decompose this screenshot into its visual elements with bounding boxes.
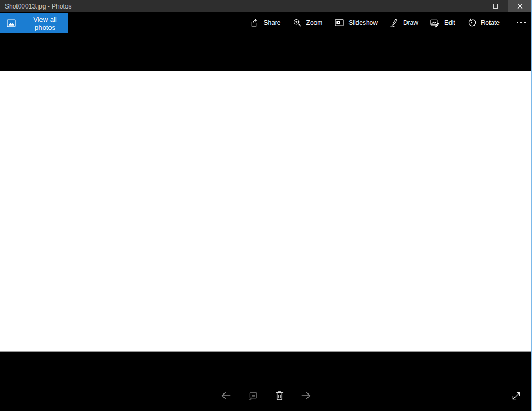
titlebar[interactable]: Shot00013.jpg - Photos xyxy=(0,0,532,12)
share-button[interactable]: Share xyxy=(250,18,281,28)
minimize-icon xyxy=(468,6,473,6)
rotate-label: Rotate xyxy=(481,19,500,27)
maximize-button[interactable] xyxy=(483,0,508,12)
delete-button[interactable] xyxy=(273,389,286,402)
draw-icon xyxy=(389,18,399,28)
see-more-ellipsis-icon xyxy=(517,22,526,23)
photo-canvas[interactable] xyxy=(0,71,532,352)
fullscreen-icon xyxy=(511,390,522,401)
slideshow-button[interactable]: Slideshow xyxy=(334,18,378,28)
maximize-icon xyxy=(493,4,498,9)
zoom-icon xyxy=(293,18,302,28)
edit-icon xyxy=(430,18,440,28)
zoom-label: Zoom xyxy=(306,19,323,27)
slideshow-label: Slideshow xyxy=(348,19,378,27)
rotate-icon xyxy=(467,18,477,28)
window-title: Shot00013.jpg - Photos xyxy=(0,3,71,10)
previous-photo-button[interactable] xyxy=(220,389,232,402)
share-icon xyxy=(250,18,260,28)
share-label: Share xyxy=(264,19,281,27)
rotate-button[interactable]: Rotate xyxy=(467,18,500,28)
close-icon xyxy=(517,3,523,9)
toolbar-actions: Share Zoom Slideshow xyxy=(250,12,528,33)
photos-icon xyxy=(6,18,16,28)
slideshow-icon xyxy=(334,18,344,28)
filmstrip-controls xyxy=(220,389,312,402)
minimize-button[interactable] xyxy=(459,0,483,12)
bottom-bar xyxy=(0,352,532,411)
letterbox-top xyxy=(0,33,532,71)
edit-button[interactable]: Edit xyxy=(430,18,455,28)
fullscreen-button[interactable] xyxy=(510,389,522,402)
add-to-album-button[interactable] xyxy=(246,389,259,402)
draw-button[interactable]: Draw xyxy=(389,18,418,28)
zoom-button[interactable]: Zoom xyxy=(293,18,323,28)
photos-app-window: Shot00013.jpg - Photos View all photos xyxy=(0,0,532,411)
delete-icon xyxy=(274,390,285,401)
next-icon xyxy=(300,390,312,401)
window-controls xyxy=(459,0,532,12)
edit-label: Edit xyxy=(444,19,455,27)
add-to-album-icon xyxy=(247,390,259,401)
next-photo-button[interactable] xyxy=(300,389,312,402)
view-all-photos-button[interactable]: View all photos xyxy=(0,13,68,33)
see-more-button[interactable] xyxy=(514,12,528,33)
view-all-photos-label: View all photos xyxy=(22,15,68,31)
toolbar: View all photos Share Zoom xyxy=(0,12,532,33)
previous-icon xyxy=(220,390,232,401)
draw-label: Draw xyxy=(403,19,418,27)
close-button[interactable] xyxy=(508,0,532,12)
